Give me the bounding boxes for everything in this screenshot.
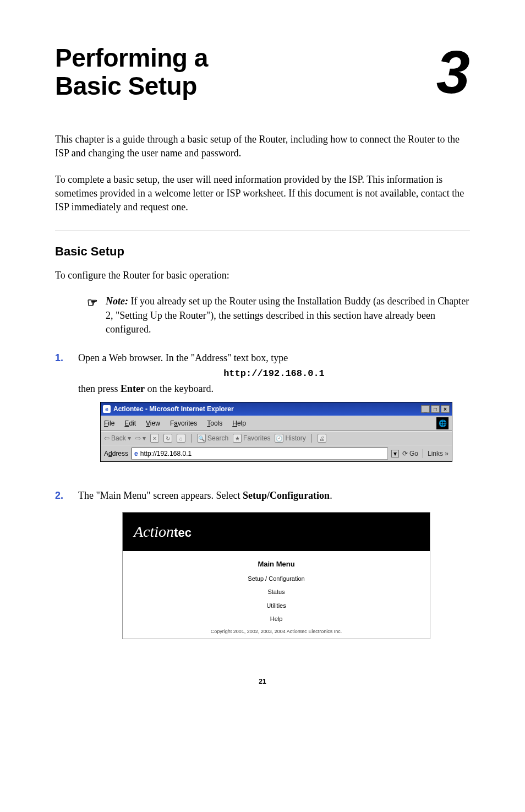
actiontec-logo-a: Action [134,523,174,540]
menu-utilities[interactable]: Utilities [123,601,430,611]
ie-menubar: FFileile Edit View Favorites Tools Help … [101,416,452,431]
search-button[interactable]: 🔍 Search [197,433,228,443]
address-value: http://192.168.0.1 [140,449,192,459]
step-1-enter: Enter [121,383,145,394]
step-1-text-b-before: then press [78,383,121,394]
actiontec-copyright: Copyright 2001, 2002, 2003, 2004 Actiont… [123,628,430,636]
history-button[interactable]: 🕘 History [275,433,305,443]
note-text: Note: If you already set up the Router u… [106,295,470,336]
note-body: If you already set up the Router using t… [106,296,469,334]
step-2-number: 2. [55,488,68,656]
favorites-icon: ★ [233,434,242,443]
back-button[interactable]: ⇦ Back ▾ [104,433,131,443]
ie-app-icon: e [103,405,111,413]
ie-titlebar: e Actiontec - Microsoft Internet Explore… [101,402,452,416]
home-icon[interactable]: ⌂ [177,434,185,443]
menu-setup-config[interactable]: Setup / Configuration [123,574,430,584]
maximize-button[interactable]: □ [431,405,440,413]
step-2-text: The "Main Menu" screen appears. Select [78,490,243,501]
main-menu-heading: Main Menu [123,559,430,570]
actiontec-logo: Actiontec [123,513,430,551]
ie-logo-icon: 🌐 [436,417,449,429]
go-button[interactable]: ⟳ Go [402,449,418,459]
ie-toolbar: ⇦ Back ▾ ⇨ ▾ ✕ ↻ ⌂ 🔍 Search ★ Favorites … [101,431,452,445]
intro-para-2: To complete a basic setup, the user will… [55,173,470,215]
menu-view[interactable]: View [146,418,160,428]
print-icon[interactable]: 🖨 [318,434,326,443]
actiontec-logo-b: tec [174,526,192,539]
menu-favorites[interactable]: Favorites [170,418,197,428]
intro-para-1: This chapter is a guide through a basic … [55,133,470,160]
chapter-title-line2: Basic Setup [55,72,197,100]
step-1-text-a: Open a Web browser. In the "Address" tex… [78,352,288,363]
step-2: 2. The "Main Menu" screen appears. Selec… [55,488,470,656]
step-2-after: . [330,490,332,501]
address-label: Address [104,449,128,459]
divider [55,231,470,231]
history-icon: 🕘 [275,434,283,443]
menu-file[interactable]: FFileile [104,418,114,428]
step-1: 1. Open a Web browser. In the "Address" … [55,351,470,479]
note-icon: ☞ [87,295,98,336]
menu-help[interactable]: Help [232,418,246,428]
step-1-text-b-after: on the keyboard. [145,383,214,394]
stop-icon[interactable]: ✕ [150,434,159,443]
menu-edit[interactable]: Edit [124,418,136,428]
menu-help[interactable]: Help [123,614,430,624]
step-2-bold: Setup/Configuration [243,490,330,501]
address-dropdown-icon[interactable]: ▾ [391,450,399,457]
section-heading: Basic Setup [55,244,470,259]
ie-window-title: Actiontec - Microsoft Internet Explorer [113,404,234,414]
address-input[interactable]: e http://192.168.0.1 [132,448,388,460]
ie-window: e Actiontec - Microsoft Internet Explore… [100,402,452,462]
chapter-title-line1: Performing a [55,43,208,72]
actiontec-panel: Actiontec Main Menu Setup / Configuratio… [122,512,430,639]
section-lead: To configure the Router for basic operat… [55,269,470,282]
ie-address-bar: Address e http://192.168.0.1 ▾ ⟳ Go Link… [101,445,452,461]
step-1-number: 1. [55,351,68,479]
forward-button[interactable]: ⇨ ▾ [135,433,146,443]
links-button[interactable]: Links » [428,449,449,459]
menu-tools[interactable]: Tools [207,418,222,428]
menu-status[interactable]: Status [123,587,430,597]
refresh-icon[interactable]: ↻ [163,434,172,443]
page-number: 21 [55,678,470,685]
favorites-button[interactable]: ★ Favorites [233,433,270,443]
note-block: ☞ Note: If you already set up the Router… [87,295,470,336]
chapter-number: 3 [436,45,470,99]
note-label: Note: [106,296,128,307]
close-button[interactable]: × [441,405,450,413]
address-ie-icon: e [134,449,138,459]
search-icon: 🔍 [197,434,206,443]
chapter-title: Performing a Basic Setup [55,44,208,100]
minimize-button[interactable]: _ [421,405,430,413]
step-1-url: http://192.168.0.1 [78,367,470,381]
